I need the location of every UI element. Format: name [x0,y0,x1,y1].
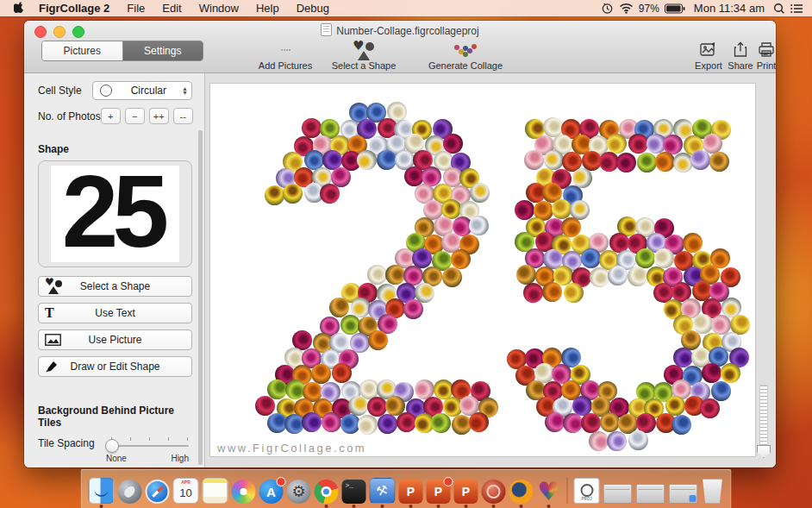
flower-tile [358,415,378,435]
dock-item-redseal[interactable] [482,480,506,504]
zoom-slider[interactable] [757,385,769,459]
flower-tile [368,330,388,350]
launchpad-icon [118,480,142,504]
dock-item-packages[interactable]: P [454,480,478,504]
remove-many-photos-button[interactable]: -- [173,108,193,124]
flower-tile [311,364,331,384]
dock-item-packages[interactable]: P [427,480,451,504]
flower-tile [581,413,601,433]
tile-spacing-slider[interactable] [106,436,189,451]
notification-badge [277,477,286,486]
dock-item-terminal[interactable]: >_ [342,480,366,504]
flower-tile [545,412,565,432]
firefox-icon [509,480,534,504]
projdoc-icon: PROJ [574,478,600,504]
notification-center-icon[interactable] [790,3,803,14]
circle-shape-icon [100,85,112,97]
apple-menu-icon[interactable] [14,2,25,15]
generate-collage-button[interactable]: Generate Collage [421,40,510,71]
dock-item-photos[interactable] [232,480,256,504]
flower-tile [607,431,627,451]
window-icon [669,484,698,504]
export-button[interactable]: Export [690,40,728,71]
collage-canvas[interactable]: www.FigrCollage.com [209,83,756,457]
flower-tile [302,412,322,432]
dock-item-calendar[interactable]: 10 [173,478,199,504]
dock-item-window[interactable] [669,484,698,504]
flower-tile [523,283,543,303]
dock-item-finder[interactable] [89,478,115,504]
finder-icon [89,478,115,504]
use-picture-button[interactable]: Use Picture [38,329,192,350]
flower-tile [544,150,564,170]
dock-item-trash[interactable] [702,479,724,504]
calendar-icon: 10 [173,478,199,504]
slider-max-label: High [171,454,189,463]
battery-icon[interactable] [665,3,685,14]
flower-tile [385,265,405,285]
flower-tile [320,184,340,204]
print-button[interactable]: Print [752,40,776,71]
menu-clock[interactable]: Mon 11:34 am [690,2,768,15]
add-photo-button[interactable]: + [101,108,121,124]
desktop-background: FigrCollage 2 File Edit Window Help Debu… [0,0,812,508]
dock-item-window[interactable] [603,484,633,504]
menu-file[interactable]: File [118,0,153,16]
menu-help[interactable]: Help [247,0,288,16]
share-icon [734,40,747,60]
use-text-button[interactable]: T Use Text [38,303,192,323]
flower-tile [469,412,489,432]
flower-tile [412,248,432,268]
running-indicator [465,505,468,508]
title-bar[interactable]: Number-Collage.figrcollageproj [24,21,776,38]
dock-item-firefox[interactable] [509,480,534,504]
zoom-slider-ticks [759,385,768,450]
dock-item-notes[interactable] [203,478,228,504]
watermark: www.FigrCollage.com [217,442,366,455]
flower-tile [702,363,721,383]
share-button[interactable]: Share [726,40,755,71]
dock-item-packages[interactable]: P [399,480,423,504]
tab-settings[interactable]: Settings [123,41,203,60]
menu-edit[interactable]: Edit [153,0,190,16]
dock-item-figrcollage[interactable]: ♥ [537,480,561,504]
flower-tile [690,150,710,170]
flower-tile [673,348,693,367]
shape-preview-number: 25 [62,166,163,262]
dock-item-launchpad[interactable] [118,480,142,504]
zoom-slider-thumb[interactable] [757,445,771,458]
cell-style-dropdown[interactable]: Circular ▲▼ [92,81,192,100]
slider-thumb[interactable] [105,439,119,453]
flower-tile [721,298,741,317]
dock-item-preferences[interactable]: ⚙ [287,480,311,504]
tab-pictures[interactable]: Pictures [42,41,123,60]
add-many-photos-button[interactable]: ++ [149,108,169,124]
dock-item-chrome[interactable] [315,480,339,504]
menu-debug[interactable]: Debug [288,0,338,16]
draw-or-edit-shape-button[interactable]: Draw or Edit Shape [38,356,192,377]
menu-window[interactable]: Window [191,0,247,16]
remove-photo-button[interactable]: − [125,108,145,124]
dock-item-projdoc[interactable]: PROJ [574,478,600,504]
dock-item-window[interactable] [636,484,665,504]
app-window: Number-Collage.figrcollageproj Pictures … [24,21,776,467]
app-menu[interactable]: FigrCollage 2 [30,2,118,15]
flower-tile [431,413,451,433]
wifi-icon[interactable] [619,3,634,14]
add-pictures-button[interactable]: Add Pictures [248,40,322,71]
select-shape-button[interactable]: ♥ Select a Shape [324,40,403,71]
dock-item-safari[interactable] [146,480,170,504]
generate-collage-icon [453,40,478,60]
flower-tile [348,396,368,416]
flower-tile [357,150,377,170]
dock-item-appstore[interactable]: A [259,480,284,504]
spotlight-icon[interactable] [773,3,785,15]
flower-tile [443,134,463,154]
select-a-shape-button[interactable]: ♥ Select a Shape [38,276,192,297]
time-machine-icon[interactable] [601,2,614,15]
toolbar: Pictures Settings Add Pictures ♥ Select … [24,38,776,73]
dock-item-xcode[interactable]: ⚒ [370,478,396,504]
flower-tile [711,315,731,335]
xcode-icon: ⚒ [370,478,396,504]
sidebar-scrollbar[interactable] [198,130,203,465]
